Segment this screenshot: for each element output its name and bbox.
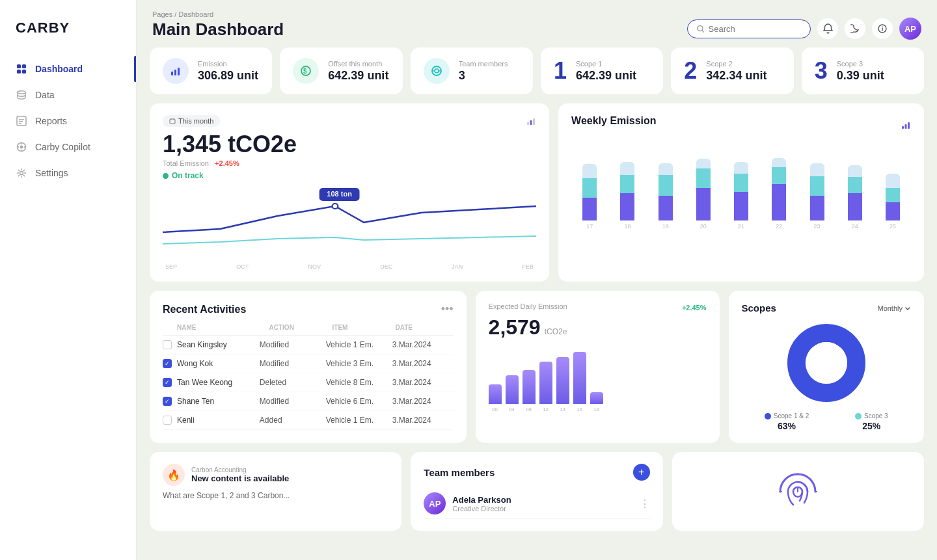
sidebar-item-dashboard[interactable]: Dashboard: [0, 56, 136, 82]
info-button[interactable]: [872, 18, 893, 39]
member-avatar: AP: [424, 492, 446, 514]
scopes-header: Scopes Monthly: [742, 302, 912, 313]
header: Pages / Dashboard Main Dashboard: [137, 0, 937, 47]
fire-icon: 🔥: [163, 464, 185, 486]
daily-bar-5: [573, 352, 586, 404]
svg-rect-22: [174, 70, 176, 75]
monthly-dropdown[interactable]: Monthly: [877, 304, 911, 312]
app-logo: CARBY: [0, 13, 136, 56]
svg-rect-39: [902, 126, 904, 129]
scope1-card: 1 Scope 1 642.39 unit: [541, 47, 663, 94]
line-chart-wrap: 108 ton SEP OCT NOV DEC JAN FEB: [163, 187, 536, 270]
sidebar-item-label: Settings: [35, 168, 68, 178]
sidebar-item-label: Data: [35, 90, 55, 100]
search-bar[interactable]: [687, 20, 811, 38]
dark-mode-button[interactable]: [845, 18, 865, 39]
chart-expand-icon[interactable]: [526, 116, 536, 126]
member-more-button[interactable]: ⋮: [640, 498, 650, 510]
weekly-bars-container: 17 18: [571, 139, 911, 230]
content-area: Emission 306.89 unit $ Offset this month…: [137, 47, 937, 560]
search-icon: [697, 25, 705, 33]
scan-card: [672, 452, 924, 531]
checkbox-4[interactable]: [163, 416, 172, 425]
checkbox-3[interactable]: [163, 397, 172, 406]
sidebar-item-copilot[interactable]: Carby Copilot: [0, 134, 136, 160]
dashboard-icon: [16, 63, 27, 75]
table-row: Shane Ten Modified Vehicle 6 Em. 3.Mar.2…: [163, 392, 454, 411]
checkbox-1[interactable]: [163, 359, 172, 368]
sidebar-item-settings[interactable]: Settings: [0, 160, 136, 186]
avatar[interactable]: AP: [899, 18, 921, 40]
scope3-num: 3: [815, 59, 828, 83]
activities-table: NAME ACTION ITEM DATE Sean Kingsley Modi…: [163, 324, 454, 430]
data-icon: [16, 89, 27, 101]
scope2-value: 342.34 unit: [706, 69, 767, 83]
weekly-expand-icon[interactable]: [901, 120, 911, 130]
bar-group-19: 19: [650, 163, 681, 230]
legend-scope3: Scope 3 25%: [855, 412, 888, 431]
row-action-4: Added: [260, 416, 321, 425]
daily-emission-card: Expected Daily Emission +2.45% 2,579 tCO…: [476, 291, 720, 443]
period-chip[interactable]: This month: [163, 115, 220, 127]
svg-rect-35: [533, 118, 535, 125]
checkbox-0[interactable]: [163, 340, 172, 349]
row-date-4: 3.Mar.2024: [392, 416, 454, 425]
settings-icon: [16, 167, 27, 179]
sidebar-item-data[interactable]: Data: [0, 82, 136, 108]
chevron-down-icon: [904, 305, 911, 312]
daily-value: 2,579: [489, 315, 541, 340]
chart-x-labels: SEP OCT NOV DEC JAN FEB: [163, 263, 536, 270]
daily-bar-2: [523, 370, 536, 404]
scope3-card: 3 Scope 3 0.39 unit: [802, 47, 924, 94]
activities-title: Recent Activities: [163, 304, 246, 315]
row-item-3: Vehicle 6 Em.: [326, 397, 387, 406]
sidebar-item-reports[interactable]: Reports: [0, 108, 136, 134]
extra-row: 🔥 Carbon Accounting New content is avail…: [150, 452, 924, 531]
add-member-button[interactable]: +: [633, 464, 650, 481]
daily-unit: tCO2e: [545, 327, 567, 336]
weekly-title: Weekly Emission: [571, 115, 656, 127]
activities-header: Recent Activities •••: [163, 302, 454, 316]
team-members-card: Team members 3: [411, 47, 533, 94]
row-action-0: Modified: [260, 340, 321, 349]
chart-header: This month: [163, 115, 536, 127]
activities-more-button[interactable]: •••: [441, 302, 454, 316]
row-item-0: Vehicle 1 Em.: [326, 340, 387, 349]
bar-group-20: 20: [688, 159, 719, 230]
offset-card: $ Offset this month 642.39 unit: [280, 47, 402, 94]
row-name-2: Tan Wee Keong: [163, 378, 254, 387]
team-label: Team members: [459, 60, 508, 68]
search-input[interactable]: [709, 24, 801, 34]
total-emission-sub: Total Emission +2.45%: [163, 159, 536, 167]
news-card: 🔥 Carbon Accounting New content is avail…: [150, 452, 401, 531]
row-action-3: Modified: [260, 397, 321, 406]
checkbox-2[interactable]: [163, 378, 172, 387]
fingerprint-icon: [775, 469, 821, 514]
svg-point-45: [806, 342, 847, 384]
svg-point-27: [435, 69, 439, 73]
daily-bar-3: [539, 362, 552, 404]
bar-group-22: 22: [763, 158, 794, 230]
row-date-0: 3.Mar.2024: [392, 340, 454, 349]
copilot-icon: [16, 141, 27, 153]
scope12-dot: [765, 413, 771, 420]
row-date-2: 3.Mar.2024: [392, 378, 454, 387]
table-row: Wong Kok Modified Vehicle 3 Em. 3.Mar.20…: [163, 354, 454, 373]
scopes-title: Scopes: [742, 302, 776, 313]
daily-label: Expected Daily Emission: [489, 302, 567, 310]
news-body: What are Scope 1, 2 and 3 Carbon...: [163, 491, 388, 500]
bar-group-23: 23: [801, 163, 832, 230]
notifications-button[interactable]: [817, 18, 838, 39]
kpi-cards-row: Emission 306.89 unit $ Offset this month…: [150, 47, 924, 94]
svg-rect-34: [530, 120, 532, 125]
row-item-1: Vehicle 3 Em.: [326, 359, 387, 368]
header-actions: AP: [687, 18, 921, 40]
row-name-1: Wong Kok: [163, 359, 254, 368]
daily-bars: [489, 349, 707, 404]
svg-point-38: [333, 204, 338, 209]
bar-group-25: 25: [877, 174, 908, 230]
breadcrumb: Pages / Dashboard: [152, 10, 284, 18]
daily-bar-6: [590, 392, 603, 404]
team-header: Team members +: [424, 464, 649, 481]
svg-rect-33: [527, 122, 529, 125]
